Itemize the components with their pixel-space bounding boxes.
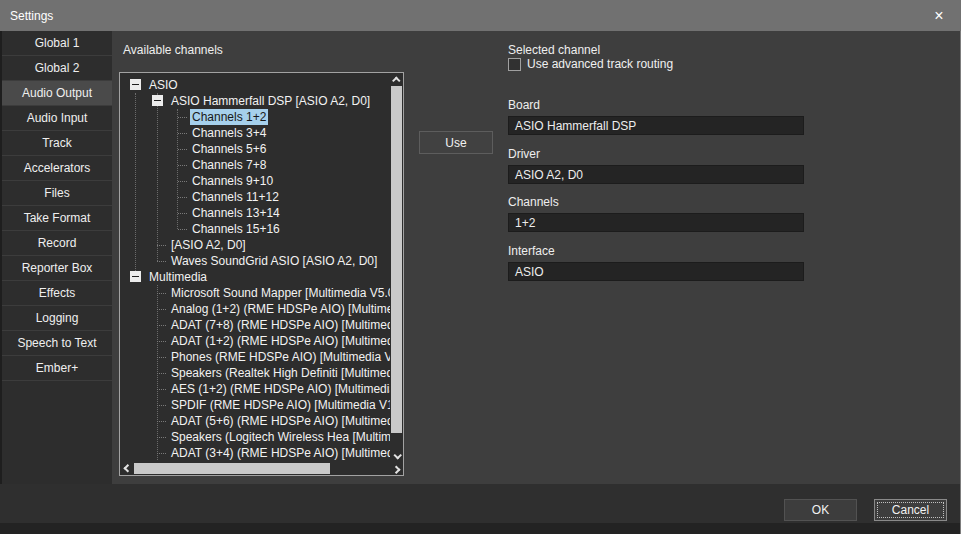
horizontal-scrollbar-thumb[interactable] bbox=[134, 463, 330, 474]
tree-connector bbox=[178, 165, 187, 166]
advanced-routing-checkbox-label: Use advanced track routing bbox=[527, 57, 673, 71]
tree-item[interactable]: Speakers (Logitech Wireless Hea [Multime… bbox=[120, 429, 390, 445]
tree-item-label[interactable]: Speakers (Logitech Wireless Hea [Multime… bbox=[169, 429, 390, 445]
available-channels-tree[interactable]: ASIOASIO Hammerfall DSP [ASIO A2, D0]Cha… bbox=[119, 72, 404, 476]
tree-item[interactable]: Multimedia bbox=[120, 269, 390, 285]
tree-item-label[interactable]: Multimedia bbox=[147, 269, 209, 285]
tree-item[interactable]: Phones (RME HDSPe AIO) [Multimedia V10. bbox=[120, 349, 390, 365]
minus-collapse-icon[interactable] bbox=[130, 271, 141, 282]
tree-item-label[interactable]: ADAT (1+2) (RME HDSPe AIO) [Multimedia V bbox=[169, 333, 390, 349]
scroll-right-button[interactable] bbox=[390, 462, 403, 475]
titlebar[interactable]: Settings × bbox=[0, 0, 961, 31]
tree-item[interactable]: ADAT (7+8) (RME HDSPe AIO) [Multimedia V bbox=[120, 317, 390, 333]
advanced-routing-checkbox-row[interactable]: Use advanced track routing bbox=[508, 57, 673, 71]
tree-item[interactable]: ASIO bbox=[120, 77, 390, 93]
checkbox-icon[interactable] bbox=[508, 58, 521, 71]
tree-item-label[interactable]: Channels 9+10 bbox=[190, 173, 275, 189]
use-button[interactable]: Use bbox=[419, 131, 493, 154]
tree-item[interactable]: Channels 1+2 bbox=[120, 109, 390, 125]
tree-connector bbox=[157, 357, 166, 358]
sidebar-item-track[interactable]: Track bbox=[2, 131, 112, 156]
minus-collapse-icon[interactable] bbox=[152, 95, 163, 106]
vertical-scrollbar-thumb[interactable] bbox=[391, 86, 402, 433]
field-group-channels: Channels1+2 bbox=[508, 196, 804, 232]
tree-item-label[interactable]: [ASIO A2, D0] bbox=[169, 237, 248, 253]
field-label-board: Board bbox=[508, 99, 804, 111]
scroll-down-button[interactable] bbox=[390, 449, 403, 462]
tree-item-label[interactable]: Analog (1+2) (RME HDSPe AIO) [Multimedia bbox=[169, 301, 390, 317]
horizontal-scrollbar[interactable] bbox=[120, 462, 403, 475]
tree-item[interactable]: Channels 7+8 bbox=[120, 157, 390, 173]
tree-item-label[interactable]: SPDIF (RME HDSPe AIO) [Multimedia V10.0] bbox=[169, 397, 390, 413]
field-value-interface[interactable]: ASIO bbox=[508, 262, 804, 281]
sidebar-item-effects[interactable]: Effects bbox=[2, 281, 112, 306]
scroll-up-button[interactable] bbox=[390, 73, 403, 86]
tree-item-label-selected[interactable]: Channels 1+2 bbox=[190, 109, 268, 125]
tree-item-label[interactable]: Channels 3+4 bbox=[190, 125, 268, 141]
field-group-interface: InterfaceASIO bbox=[508, 245, 804, 281]
tree-item[interactable]: Channels 5+6 bbox=[120, 141, 390, 157]
sidebar-item-take-format[interactable]: Take Format bbox=[2, 206, 112, 231]
tree-item[interactable]: Channels 3+4 bbox=[120, 125, 390, 141]
tree-item-label[interactable]: ASIO bbox=[147, 77, 180, 93]
tree-item[interactable]: ASIO Hammerfall DSP [ASIO A2, D0] bbox=[120, 93, 390, 109]
sidebar-item-record[interactable]: Record bbox=[2, 231, 112, 256]
tree-item[interactable]: Analog (1+2) (RME HDSPe AIO) [Multimedia bbox=[120, 301, 390, 317]
tree-item-label[interactable]: Waves SoundGrid ASIO [ASIO A2, D0] bbox=[169, 253, 379, 269]
tree-item-label[interactable]: Channels 7+8 bbox=[190, 157, 268, 173]
minus-collapse-icon[interactable] bbox=[130, 79, 141, 90]
ok-button[interactable]: OK bbox=[784, 499, 857, 521]
scroll-left-button[interactable] bbox=[120, 462, 133, 475]
tree-item[interactable]: [ASIO A2, D0] bbox=[120, 237, 390, 253]
tree-connector bbox=[157, 309, 166, 310]
chevron-right-icon bbox=[392, 465, 400, 473]
sidebar-item-global-1[interactable]: Global 1 bbox=[2, 31, 112, 56]
tree-item[interactable]: Waves SoundGrid ASIO [ASIO A2, D0] bbox=[120, 253, 390, 269]
sidebar-item-logging[interactable]: Logging bbox=[2, 306, 112, 331]
sidebar-item-accelerators[interactable]: Accelerators bbox=[2, 156, 112, 181]
tree-item-label[interactable]: Channels 5+6 bbox=[190, 141, 268, 157]
close-icon[interactable]: × bbox=[927, 8, 951, 24]
sidebar-item-global-2[interactable]: Global 2 bbox=[2, 56, 112, 81]
cancel-button[interactable]: Cancel bbox=[874, 499, 947, 521]
field-value-driver[interactable]: ASIO A2, D0 bbox=[508, 165, 804, 184]
tree-item-label[interactable]: Channels 15+16 bbox=[190, 221, 282, 237]
tree-item-label[interactable]: Speakers (Realtek High Definiti [Multime… bbox=[169, 365, 390, 381]
chevron-left-icon bbox=[123, 464, 131, 472]
tree-item-label[interactable]: ADAT (3+4) (RME HDSPe AIO) [Multimedia V bbox=[169, 445, 390, 461]
tree-connector bbox=[157, 325, 166, 326]
field-value-board[interactable]: ASIO Hammerfall DSP bbox=[508, 116, 804, 135]
tree-item[interactable]: SPDIF (RME HDSPe AIO) [Multimedia V10.0] bbox=[120, 397, 390, 413]
field-value-channels[interactable]: 1+2 bbox=[508, 213, 804, 232]
tree-item[interactable]: Microsoft Sound Mapper [Multimedia V5.0 bbox=[120, 285, 390, 301]
tree-item-label[interactable]: ADAT (7+8) (RME HDSPe AIO) [Multimedia V bbox=[169, 317, 390, 333]
tree-item[interactable]: ADAT (1+2) (RME HDSPe AIO) [Multimedia V bbox=[120, 333, 390, 349]
sidebar-item-speech-to-text[interactable]: Speech to Text bbox=[2, 331, 112, 356]
tree-item-label[interactable]: ASIO Hammerfall DSP [ASIO A2, D0] bbox=[169, 93, 372, 109]
tree-item-label[interactable]: Channels 13+14 bbox=[190, 205, 282, 221]
tree-item-label[interactable]: ADAT (5+6) (RME HDSPe AIO) [Multimedia V bbox=[169, 413, 390, 429]
tree-connector bbox=[178, 229, 187, 230]
tree-item[interactable]: Channels 11+12 bbox=[120, 189, 390, 205]
tree-item-label[interactable]: AES (1+2) (RME HDSPe AIO) [Multimedia V1 bbox=[169, 381, 390, 397]
tree-item[interactable]: Channels 15+16 bbox=[120, 221, 390, 237]
tree-connector bbox=[178, 197, 187, 198]
tree-connector bbox=[178, 133, 187, 134]
sidebar-item-files[interactable]: Files bbox=[2, 181, 112, 206]
tree-item[interactable]: Channels 13+14 bbox=[120, 205, 390, 221]
tree-item-label[interactable]: Microsoft Sound Mapper [Multimedia V5.0 bbox=[169, 285, 390, 301]
vertical-scrollbar[interactable] bbox=[390, 73, 403, 462]
tree-item[interactable]: Speakers (Realtek High Definiti [Multime… bbox=[120, 365, 390, 381]
sidebar-item-reporter-box[interactable]: Reporter Box bbox=[2, 256, 112, 281]
tree-item[interactable]: Channels 9+10 bbox=[120, 173, 390, 189]
tree-item[interactable]: AES (1+2) (RME HDSPe AIO) [Multimedia V1 bbox=[120, 381, 390, 397]
sidebar-item-ember-[interactable]: Ember+ bbox=[2, 356, 112, 381]
tree-item[interactable]: ADAT (5+6) (RME HDSPe AIO) [Multimedia V bbox=[120, 413, 390, 429]
tree-item[interactable]: ADAT (3+4) (RME HDSPe AIO) [Multimedia V bbox=[120, 445, 390, 461]
tree-item-label[interactable]: Channels 11+12 bbox=[190, 189, 281, 205]
sidebar-item-audio-output[interactable]: Audio Output bbox=[2, 81, 112, 106]
tree-connector bbox=[157, 389, 166, 390]
sidebar-item-audio-input[interactable]: Audio Input bbox=[2, 106, 112, 131]
tree-connector bbox=[178, 149, 187, 150]
tree-item-label[interactable]: Phones (RME HDSPe AIO) [Multimedia V10. bbox=[169, 349, 390, 365]
